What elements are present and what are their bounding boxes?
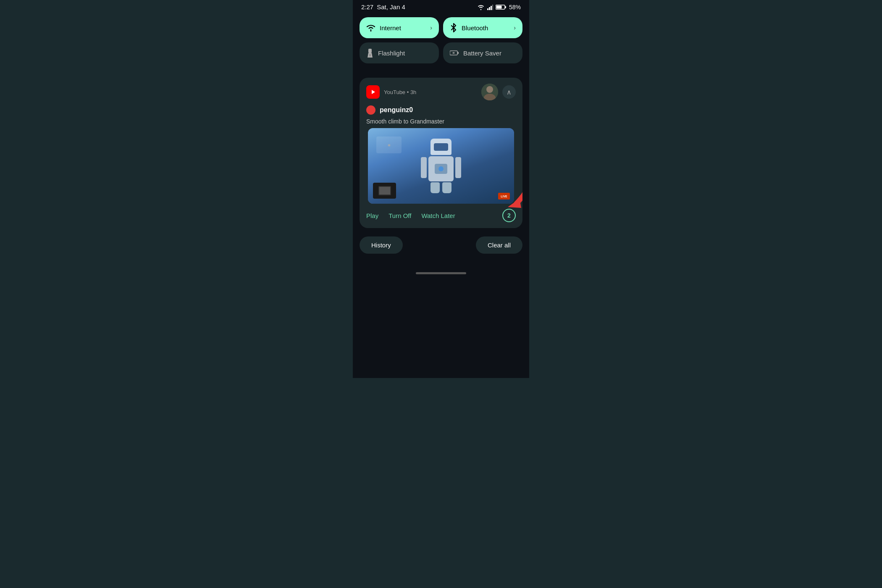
flashlight-label: Flashlight (378, 50, 432, 57)
signal-icon (487, 4, 493, 10)
notification-expand-button[interactable]: ∧ (502, 85, 516, 99)
bottom-action-bar: History Clear all (353, 231, 529, 259)
robot-character (422, 139, 460, 193)
internet-tile[interactable]: Internet › (360, 17, 439, 38)
home-indicator[interactable] (416, 272, 466, 274)
wifi-status-icon (477, 4, 485, 10)
qs-row-2: Flashlight Battery Saver (360, 42, 522, 63)
battery-icon (496, 4, 507, 10)
battery-saver-label: Battery Saver (463, 50, 516, 57)
svg-rect-3 (492, 5, 493, 10)
internet-wifi-icon (366, 24, 375, 32)
youtube-queue-badge[interactable]: 2 (502, 209, 516, 222)
video-thumbnail: ◉ LIVE (368, 128, 514, 204)
youtube-app-icon (366, 85, 380, 99)
bluetooth-chevron: › (514, 24, 516, 31)
pip-video (373, 183, 396, 199)
battery-saver-icon (450, 50, 459, 56)
flashlight-icon (366, 48, 374, 58)
history-button[interactable]: History (360, 236, 403, 254)
clear-all-button[interactable]: Clear all (476, 236, 522, 254)
battery-percent: 58% (509, 4, 521, 10)
svg-rect-1 (489, 7, 490, 10)
notification-actions: Play Turn Off Watch Later 2 (360, 204, 522, 224)
svg-rect-5 (505, 6, 506, 8)
watch-later-button[interactable]: Watch Later (416, 210, 460, 221)
turn-off-button[interactable]: Turn Off (383, 210, 416, 221)
channel-dot (366, 105, 375, 115)
bluetooth-tile[interactable]: Bluetooth › (443, 17, 522, 38)
svg-rect-6 (496, 5, 501, 8)
bluetooth-icon (450, 23, 457, 32)
svg-marker-14 (372, 90, 375, 94)
channel-avatar (481, 84, 498, 100)
flashlight-tile[interactable]: Flashlight (360, 42, 439, 63)
play-button[interactable]: Play (366, 210, 383, 221)
internet-chevron: › (430, 24, 432, 31)
bluetooth-label: Bluetooth (462, 24, 509, 32)
svg-point-16 (486, 86, 493, 93)
svg-rect-2 (491, 6, 492, 10)
notif-header: YouTube • 3h ∧ (360, 78, 522, 104)
notif-app-time: YouTube • 3h (384, 89, 477, 95)
channel-info: penguinz0 (360, 104, 522, 116)
svg-rect-11 (458, 52, 459, 54)
youtube-notification: YouTube • 3h ∧ penguinz0 Smooth climb to… (360, 78, 522, 228)
home-bar (353, 267, 529, 277)
date: Sat, Jan 4 (377, 3, 405, 10)
time: 2:27 (361, 3, 373, 10)
battery-saver-tile[interactable]: Battery Saver (443, 42, 522, 63)
channel-name: penguinz0 (380, 106, 413, 114)
status-time-date: 2:27 Sat, Jan 4 (361, 3, 405, 10)
quick-settings-panel: Internet › Bluetooth › Flashlight (353, 14, 529, 74)
svg-rect-7 (368, 49, 372, 53)
phone-screen: 2:27 Sat, Jan 4 58% (353, 0, 529, 378)
internet-label: Internet (380, 24, 426, 32)
status-icons: 58% (477, 4, 521, 10)
svg-rect-0 (487, 8, 488, 10)
status-bar: 2:27 Sat, Jan 4 58% (353, 0, 529, 14)
svg-rect-19 (379, 187, 390, 194)
video-title: Smooth climb to Grandmaster (360, 116, 522, 128)
qs-row-1: Internet › Bluetooth › (360, 17, 522, 38)
